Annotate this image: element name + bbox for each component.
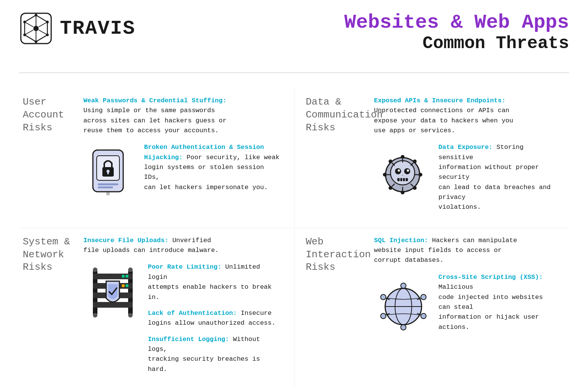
svg-point-24 <box>390 161 415 185</box>
svg-point-55 <box>125 275 129 278</box>
svg-point-22 <box>106 192 110 196</box>
icon-shield-server <box>83 262 140 329</box>
threat-data-exposure: Data Exposure: Storing sensitiveinformat… <box>439 142 558 212</box>
threat-label-weak-passwords: Weak Passwords & Credential Stuffing: <box>83 97 226 104</box>
threat-label-xss: Cross-Site Scripting (XSS): <box>439 274 543 281</box>
threat-body-exposed-apis: Unprotected connections or APIs canexpos… <box>374 107 513 134</box>
threat-xss: Cross-Site Scripting (XSS): Maliciouscod… <box>439 272 558 332</box>
svg-point-62 <box>128 313 133 318</box>
svg-point-33 <box>401 155 405 159</box>
threat-label-data-exposure: Data Exposure: <box>439 144 493 151</box>
threat-label-lack-auth: Lack of Authentication: <box>148 310 237 317</box>
threat-body-xss: Maliciouscode injected into websites can… <box>439 283 543 330</box>
threat-lack-auth: Lack of Authentication: Insecurelogins a… <box>148 308 282 329</box>
svg-point-70 <box>381 313 386 319</box>
svg-point-34 <box>401 191 405 194</box>
virus-icon-svg <box>374 142 431 203</box>
threat-insecure-uploads: Insecure File Uploads: Unverifiedfile up… <box>83 236 283 256</box>
icon-lock <box>83 142 136 197</box>
header: TRAVIS Websites & Web Apps Common Threat… <box>19 11 569 53</box>
svg-point-27 <box>398 169 400 172</box>
threat-insufficient-logging: Insufficient Logging: Without logs,track… <box>148 335 282 374</box>
threat-label-sql-injection: SQL Injection: <box>374 237 428 244</box>
svg-rect-19 <box>107 172 109 174</box>
svg-rect-20 <box>98 183 118 185</box>
threats-data-comm: Exposed APIs & Insecure Endpoints: Unpro… <box>374 96 558 213</box>
svg-line-5 <box>25 22 33 27</box>
section-user-account: User Account Risks Weak Passwords & Cred… <box>19 88 294 228</box>
threats-user-account: Weak Passwords & Credential Stuffing: Us… <box>83 96 283 213</box>
category-system-network: System & Network Risks <box>23 236 72 374</box>
svg-point-69 <box>401 325 406 330</box>
svg-point-9 <box>35 14 38 17</box>
svg-point-68 <box>421 313 426 319</box>
category-web-interaction: Web Interaction Risks <box>306 236 363 374</box>
svg-point-56 <box>122 275 125 278</box>
header-divider <box>19 72 569 73</box>
header-title: Websites & Web Apps Common Threats <box>344 11 569 53</box>
svg-point-14 <box>24 21 26 23</box>
svg-point-71 <box>381 294 386 300</box>
svg-point-38 <box>413 160 417 163</box>
svg-point-40 <box>413 186 417 190</box>
svg-rect-21 <box>98 186 113 188</box>
svg-point-59 <box>93 268 97 272</box>
svg-point-35 <box>383 173 387 177</box>
svg-line-7 <box>39 22 47 27</box>
category-user-account: User Account Risks <box>23 96 72 213</box>
svg-point-13 <box>24 34 26 36</box>
svg-point-67 <box>421 294 426 300</box>
threats-web-interaction: SQL Injection: Hackers can manipulateweb… <box>374 236 558 374</box>
svg-point-2 <box>33 26 39 31</box>
title-line2: Common Threats <box>344 34 569 53</box>
svg-point-39 <box>389 186 392 190</box>
page: TRAVIS Websites & Web Apps Common Threat… <box>0 0 588 388</box>
svg-point-60 <box>128 268 133 272</box>
svg-point-28 <box>407 169 409 172</box>
svg-point-61 <box>93 313 97 318</box>
svg-point-37 <box>389 160 392 163</box>
threat-weak-passwords: Weak Passwords & Credential Stuffing: Us… <box>83 96 283 136</box>
svg-point-58 <box>122 284 125 287</box>
svg-rect-54 <box>93 302 133 308</box>
svg-point-66 <box>401 283 406 288</box>
logo-text: TRAVIS <box>60 17 135 40</box>
threat-exposed-apis: Exposed APIs & Insecure Endpoints: Unpro… <box>374 96 558 136</box>
section-web-interaction: Web Interaction Risks SQL Injection: Hac… <box>294 228 569 388</box>
shield-server-icon-svg <box>83 262 142 327</box>
category-data-comm: Data & Communication Risks <box>306 96 363 213</box>
threat-label-insufficient-logging: Insufficient Logging: <box>148 336 229 343</box>
travis-logo-icon <box>19 11 53 45</box>
section-data-comm: Data & Communication Risks Exposed APIs … <box>294 88 569 228</box>
svg-point-57 <box>125 284 129 287</box>
threat-body-data-exposure: Storing sensitiveinformation without pro… <box>439 144 551 211</box>
svg-point-12 <box>35 41 38 43</box>
threat-broken-auth: Broken Authentication & SessionHijacking… <box>144 142 283 192</box>
title-line1: Websites & Web Apps <box>344 11 569 34</box>
threat-label-insecure-uploads: Insecure File Uploads: <box>83 237 168 244</box>
threat-label-exposed-apis: Exposed APIs & Insecure Endpoints: <box>374 97 506 104</box>
svg-point-36 <box>419 173 422 177</box>
svg-point-11 <box>46 34 49 36</box>
threat-body-weak-passwords: Using simple or the same passwords acros… <box>83 107 226 134</box>
threat-sql-injection: SQL Injection: Hackers can manipulateweb… <box>374 236 558 266</box>
svg-point-10 <box>46 21 49 23</box>
threat-label-poor-rate: Poor Rate Limiting: <box>148 263 221 271</box>
icon-globe-network <box>374 272 431 339</box>
main-grid: User Account Risks Weak Passwords & Cred… <box>19 88 569 388</box>
section-system-network: System & Network Risks Insecure File Upl… <box>19 228 294 388</box>
svg-line-6 <box>39 30 47 35</box>
lock-icon-svg <box>83 142 133 196</box>
icon-virus <box>374 142 431 205</box>
svg-line-8 <box>25 30 33 35</box>
globe-icon-svg <box>374 272 433 337</box>
logo-area: TRAVIS <box>19 11 135 45</box>
threats-system-network: Insecure File Uploads: Unverifiedfile up… <box>83 236 283 374</box>
threat-poor-rate: Poor Rate Limiting: Unlimited loginattem… <box>148 262 282 302</box>
